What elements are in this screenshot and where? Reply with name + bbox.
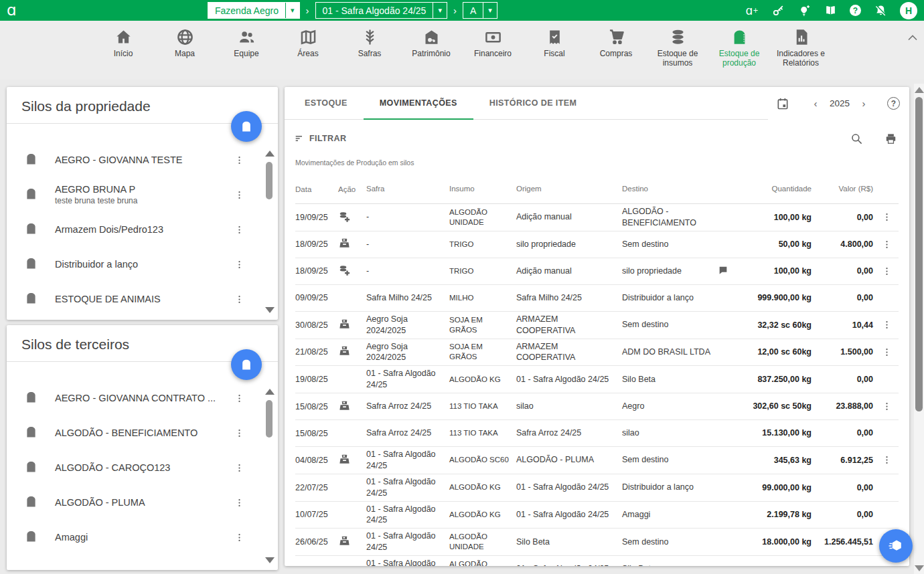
silo-list-item[interactable]: ALGODÃO - PLUMA [7,485,278,520]
more-options-icon[interactable] [878,320,895,330]
table-row[interactable]: 18/09/25 - TRIGO Adição manual silo prop… [295,258,899,285]
more-options-icon[interactable] [231,393,247,403]
more-options-icon[interactable] [878,212,895,222]
table-row[interactable]: 30/08/25 Aegro Soja 2024/2025 SOJA EM GR… [295,312,899,339]
user-avatar[interactable]: H [900,2,917,19]
plot-selector[interactable]: A ▾ [463,2,497,19]
third-party-silos-scrollbar[interactable] [265,389,273,563]
more-options-icon[interactable] [231,533,247,543]
nav-item-barn[interactable]: Patrimônio [405,28,458,80]
collapse-nav-icon[interactable] [908,31,917,43]
nav-item-report[interactable]: Indicadores e Relatórios [775,28,828,80]
key-icon[interactable] [771,4,785,17]
page-scrollbar[interactable] [914,84,924,574]
more-options-icon[interactable] [231,463,247,473]
more-options-icon[interactable] [878,455,895,465]
tab-movimentações[interactable]: MOVIMENTAÇÕES [364,87,473,120]
more-options-icon[interactable] [231,190,247,200]
scroll-up-icon[interactable] [915,87,924,93]
more-options-icon[interactable] [878,347,895,357]
chevron-down-icon[interactable]: ▾ [433,3,447,18]
more-options-icon[interactable] [231,428,247,438]
more-options-icon[interactable] [231,260,247,270]
help-icon[interactable]: ? [850,5,861,16]
more-options-icon[interactable] [231,498,247,508]
table-row[interactable]: 21/08/25 Aegro Soja 2024/2025 SOJA EM GR… [295,339,899,367]
idea-icon[interactable] [797,4,811,17]
table-row[interactable]: 15/08/25 Safra Arroz 24/25 113 TIO TAKA … [295,393,899,420]
more-options-icon[interactable] [231,155,247,165]
table-row[interactable]: 26/06/25 01 - Safra Algodão 24/25 ALGODÃ… [295,529,899,556]
scrollbar-thumb[interactable] [266,400,273,438]
next-year-icon[interactable]: › [855,98,872,109]
silo-list-item[interactable]: AEGRO BRUNA P teste bruna teste bruna [7,177,278,212]
table-row[interactable]: 22/07/25 01 - Safra Algodão 24/25 ALGODÃ… [295,474,899,502]
help-outline-icon[interactable]: ? [887,97,900,110]
cell-origem: 01 - Safra Algodão 24/25 [516,482,622,493]
scroll-up-icon[interactable] [265,389,275,395]
silo-icon [7,425,55,442]
table-row[interactable]: 10/07/25 01 - Safra Algodão 24/25 ALGODÃ… [295,502,899,529]
more-options-icon[interactable] [878,401,895,411]
scroll-down-icon[interactable] [265,557,275,563]
knowledge-book-icon[interactable] [824,4,837,17]
move-production-fab[interactable] [879,529,913,563]
previous-year-icon[interactable]: ‹ [807,98,824,109]
chevron-down-icon[interactable]: ▾ [285,3,299,18]
chevron-down-icon[interactable]: ▾ [483,3,497,18]
table-row[interactable]: 19/08/25 01 - Safra Algodão 24/25 ALGODÃ… [295,366,899,393]
silo-list-item[interactable]: Amaggi [7,520,278,555]
scrollbar-thumb[interactable] [915,97,923,411]
nav-item-database[interactable]: Estoque de insumos [651,28,704,80]
cell-destino: silo propriedade [622,266,718,277]
nav-item-receipt[interactable]: Fiscal [528,28,581,80]
scroll-down-icon[interactable] [915,565,924,571]
table-row[interactable]: 24/06/25 01 - Safra Algodão 24/25 ALGODÃ… [295,556,899,566]
nav-item-wheat[interactable]: Safras [343,28,396,80]
silo-list-item[interactable]: ESTOQUE DE ANIMAIS [7,282,278,316]
add-silo-button[interactable] [231,111,262,142]
tab-estoque[interactable]: ESTOQUE [289,87,364,120]
tab-histórico-de-item[interactable]: HISTÓRICO DE ITEM [473,87,593,120]
cell-quantidade: 100,00 kg [738,212,813,223]
notifications-muted-icon[interactable] [874,4,887,17]
add-third-party-silo-button[interactable] [231,349,262,380]
cell-safra: - [366,266,449,277]
scroll-down-icon[interactable] [265,307,275,313]
more-options-icon[interactable] [231,294,247,304]
more-options-icon[interactable] [231,225,247,235]
own-silos-scrollbar[interactable] [265,151,273,313]
nav-item-people[interactable]: Equipe [220,28,273,80]
scroll-up-icon[interactable] [265,151,275,157]
table-row[interactable]: 18/09/25 - TRIGO silo propriedade Sem de… [295,231,899,258]
nav-item-map[interactable]: Áreas [282,28,335,80]
silo-list-item[interactable]: AEGRO - GIOVANNA TESTE [7,142,278,177]
nav-item-silo[interactable]: Estoque de produção [713,28,766,80]
silo-list-item[interactable]: Armazem Dois/Pedro123 [7,212,278,247]
silo-list-item[interactable]: AEGRO - GIOVANNA CONTRATO ... [7,381,278,415]
filter-button[interactable]: FILTRAR [294,133,346,144]
print-icon[interactable] [884,132,897,145]
more-options-icon[interactable] [878,240,895,250]
scrollbar-thumb[interactable] [266,162,273,199]
aegro-logo-icon[interactable]: ɑ [7,1,25,19]
aegro-add-icon[interactable]: ɑ+ [745,4,759,17]
silo-list-item[interactable]: Distribuidor a lanço [7,247,278,282]
nav-item-home[interactable]: Início [97,28,150,80]
nav-item-money[interactable]: Financeiro [467,28,520,80]
silo-list-item[interactable]: ALGODÃO - CAROÇO123 [7,450,278,485]
table-row[interactable]: 04/08/25 01 - Safra Algodão 24/25 ALGODÃ… [295,447,899,474]
cell-destino: silao [622,427,718,439]
season-selector[interactable]: 01 - Safra Algodão 24/25 ▾ [315,2,447,19]
nav-item-cart[interactable]: Compras [590,28,643,80]
table-row[interactable]: 09/09/25 Safra Milho 24/25 MILHO Safra M… [295,285,899,312]
table-row[interactable]: 15/08/25 Safra Arroz 24/25 113 TIO TAKA … [295,420,899,447]
table-row[interactable]: 19/09/25 - ALGODÃO UNIDADE Adição manual… [295,204,899,231]
search-icon[interactable] [850,132,863,145]
calendar-icon[interactable] [776,97,789,110]
farm-selector[interactable]: Fazenda Aegro ▾ [208,2,300,19]
silo-list-item[interactable]: ALGODÃO - BENEFICIAMENTO [7,415,278,450]
more-options-icon[interactable] [878,266,895,276]
cell-date: 10/07/25 [295,510,338,519]
nav-item-globe[interactable]: Mapa [159,28,212,80]
